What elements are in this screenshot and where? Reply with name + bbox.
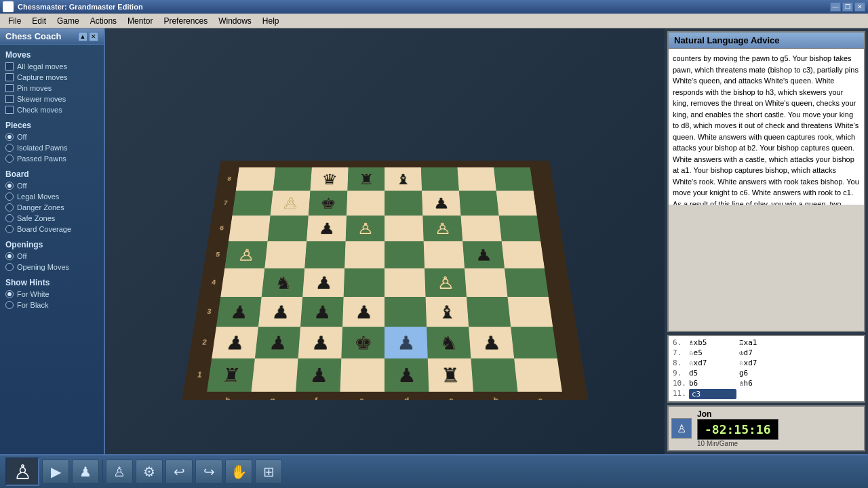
moves-list: 6. ♗xb5 ♖xa1 7. ♘e5 ♔d7 8. ♘xd7 ♘xd7 9. … xyxy=(669,336,864,401)
move-row[interactable]: 11. c3 xyxy=(670,388,863,400)
chess-board[interactable] xyxy=(182,161,588,400)
menu-file[interactable]: File xyxy=(3,15,26,27)
grid-button[interactable]: ⊞ xyxy=(255,460,282,484)
menu-mentor[interactable]: Mentor xyxy=(122,15,158,27)
coach-minimize-button[interactable]: ▲ xyxy=(78,32,87,41)
move-row[interactable]: 7. ♘e5 ♔d7 xyxy=(670,348,863,358)
option-safe-zones[interactable]: Safe Zones xyxy=(0,213,104,224)
option-board-off[interactable]: Off xyxy=(0,180,104,191)
coach-close-button[interactable]: ✕ xyxy=(89,32,98,41)
move-black[interactable]: g6 xyxy=(739,369,787,378)
app-title: Chessmaster: Grandmaster Edition xyxy=(18,3,143,11)
time-control: 10 Min/Game xyxy=(697,440,778,447)
move-number: 10. xyxy=(673,379,686,388)
advice-content: counters by moving the pawn to g5. Your … xyxy=(669,49,864,205)
menu-preferences[interactable]: Preferences xyxy=(158,15,213,27)
player-panel: ♙ Jon -82:15:16 10 Min/Game xyxy=(667,405,865,451)
menu-windows[interactable]: Windows xyxy=(213,15,257,27)
moves-section-header: Moves xyxy=(0,47,104,61)
option-isolated-pawns[interactable]: Isolated Pawns xyxy=(0,142,104,153)
radio-danger-zones[interactable] xyxy=(5,203,14,211)
option-board-coverage[interactable]: Board Coverage xyxy=(0,224,104,235)
option-capture-moves[interactable]: Capture moves xyxy=(0,72,104,83)
option-pin-moves[interactable]: Pin moves xyxy=(0,83,104,94)
radio-pieces-off[interactable] xyxy=(5,133,14,141)
move-white[interactable]: ♗xb5 xyxy=(689,338,736,347)
radio-for-white[interactable] xyxy=(5,290,14,298)
radio-board-coverage[interactable] xyxy=(5,225,14,233)
option-check-moves[interactable]: Check moves xyxy=(0,104,104,115)
move-white[interactable]: c3 xyxy=(689,389,736,399)
minimize-button[interactable]: — xyxy=(830,2,841,12)
pieces-section-header: Pieces xyxy=(0,118,104,131)
radio-safe-zones[interactable] xyxy=(5,214,14,222)
move-white[interactable]: ♘xd7 xyxy=(689,359,736,367)
radio-for-black[interactable] xyxy=(5,301,14,309)
redo-button[interactable]: ↪ xyxy=(195,460,222,484)
radio-opening-moves[interactable] xyxy=(5,263,14,271)
option-passed-pawns[interactable]: Passed Pawns xyxy=(0,153,104,164)
checkbox-all-legal-moves[interactable] xyxy=(5,62,14,70)
play-pause-button[interactable]: ▶ xyxy=(42,460,69,484)
move-row[interactable]: 8. ♘xd7 ♘xd7 xyxy=(670,358,863,368)
move-white[interactable]: ♘e5 xyxy=(689,348,736,357)
move-black[interactable]: ♗h6 xyxy=(739,379,787,388)
option-openings-off[interactable]: Off xyxy=(0,251,104,262)
move-number: 8. xyxy=(673,359,686,367)
chess-coach-title-bar: Chess Coach ▲ ✕ xyxy=(0,28,104,45)
option-danger-zones[interactable]: Danger Zones xyxy=(0,202,104,213)
undo-button[interactable]: ↩ xyxy=(165,460,193,484)
settings-button[interactable]: ⚙ xyxy=(136,460,163,484)
menu-game[interactable]: Game xyxy=(52,15,85,27)
title-bar-left: Chessmaster: Grandmaster Edition xyxy=(3,1,143,12)
move-row[interactable]: 6. ♗xb5 ♖xa1 xyxy=(670,338,863,348)
move-number: 7. xyxy=(673,348,686,357)
option-skewer-moves[interactable]: Skewer moves xyxy=(0,94,104,104)
restore-button[interactable]: ❐ xyxy=(842,2,853,12)
checkbox-capture-moves[interactable] xyxy=(5,73,14,81)
player-info: Jon -82:15:16 10 Min/Game xyxy=(697,409,778,447)
move-black[interactable]: ♘xd7 xyxy=(739,359,787,367)
move-number: 9. xyxy=(673,369,686,378)
move-white[interactable]: d5 xyxy=(689,369,736,378)
radio-openings-off[interactable] xyxy=(5,252,14,260)
move-black[interactable] xyxy=(739,389,787,399)
player-timer: -82:15:16 xyxy=(697,419,778,440)
checkbox-pin-moves[interactable] xyxy=(5,84,14,92)
option-opening-moves[interactable]: Opening Moves xyxy=(0,262,104,272)
hint-button[interactable]: ✋ xyxy=(225,460,252,484)
radio-passed-pawns[interactable] xyxy=(5,155,14,163)
menu-actions[interactable]: Actions xyxy=(85,15,122,27)
move-row[interactable]: 9. d5 g6 xyxy=(670,368,863,378)
black-piece-button[interactable]: ♟ xyxy=(72,460,99,484)
move-number: 11. xyxy=(673,389,686,399)
option-all-legal-moves[interactable]: All legal moves xyxy=(0,61,104,72)
advice-panel: Natural Language Advice counters by movi… xyxy=(667,31,865,332)
radio-isolated-pawns[interactable] xyxy=(5,144,14,152)
checkbox-check-moves[interactable] xyxy=(5,106,14,114)
analyze-button[interactable]: ♙ xyxy=(106,460,133,484)
option-for-white[interactable]: For White xyxy=(0,289,104,300)
preview-piece: ♙ xyxy=(14,460,32,484)
option-legal-moves[interactable]: Legal Moves xyxy=(0,191,104,202)
radio-legal-moves[interactable] xyxy=(5,192,14,201)
advice-text: counters by moving the pawn to g5. Your … xyxy=(673,54,859,205)
option-pieces-off[interactable]: Off xyxy=(0,131,104,142)
board-container xyxy=(182,161,589,402)
close-button[interactable]: ✕ xyxy=(854,2,865,12)
radio-board-off[interactable] xyxy=(5,182,14,190)
chess-coach-title-text: Chess Coach xyxy=(5,31,61,41)
menu-help[interactable]: Help xyxy=(257,15,285,27)
move-row[interactable]: 10. b6 ♗h6 xyxy=(670,378,863,388)
option-for-black[interactable]: For Black xyxy=(0,300,104,310)
move-black[interactable]: ♖xa1 xyxy=(739,338,787,347)
player-name: Jon xyxy=(697,409,778,419)
chess-coach-panel: Chess Coach ▲ ✕ Moves All legal moves Ca… xyxy=(0,28,105,454)
main-container: Chess Coach ▲ ✕ Moves All legal moves Ca… xyxy=(0,28,868,454)
move-black[interactable]: ♔d7 xyxy=(739,348,787,357)
checkbox-skewer-moves[interactable] xyxy=(5,95,14,103)
menu-edit[interactable]: Edit xyxy=(26,15,52,27)
menu-bar: File Edit Game Actions Mentor Preference… xyxy=(0,14,868,28)
title-bar: Chessmaster: Grandmaster Edition — ❐ ✕ xyxy=(0,0,868,14)
move-white[interactable]: b6 xyxy=(689,379,736,388)
